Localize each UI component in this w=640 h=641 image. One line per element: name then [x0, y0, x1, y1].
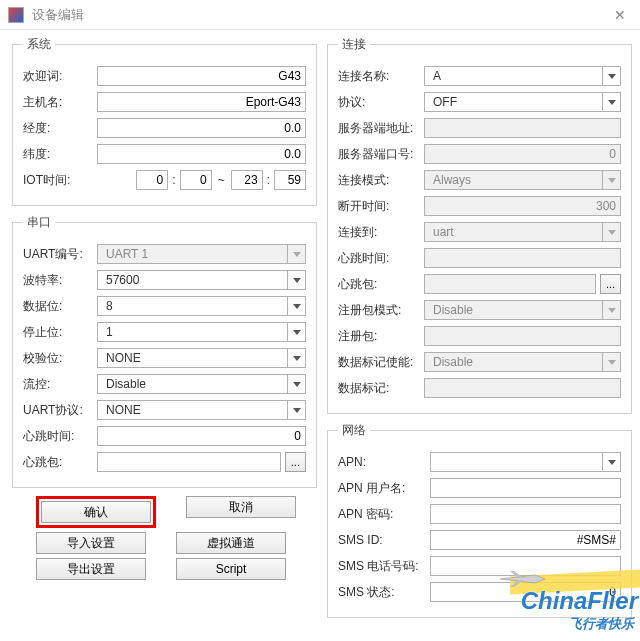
label-welcome: 欢迎词:	[23, 68, 97, 85]
label-lon: 经度:	[23, 120, 97, 137]
group-network: 网络 APN: APN 用户名: APN 密码: SMS ID: SMS 电话号…	[327, 422, 632, 618]
group-serial: 串口 UART编号: UART 1 波特率: 57600 数据位: 8 停止位:…	[12, 214, 317, 488]
serial-hbpkt-input[interactable]	[97, 452, 281, 472]
label-conn-to: 连接到:	[338, 224, 424, 241]
label-conn-proto: 协议:	[338, 94, 424, 111]
chevron-down-icon	[287, 271, 305, 289]
apn-user-input[interactable]	[430, 478, 621, 498]
stopbits-select[interactable]: 1	[97, 322, 306, 342]
chevron-down-icon	[287, 297, 305, 315]
label-disc-time: 断开时间:	[338, 198, 424, 215]
label-tag: 数据标记:	[338, 380, 424, 397]
apn-select[interactable]	[430, 452, 621, 472]
serial-hbtime-input[interactable]	[97, 426, 306, 446]
sms-id-input[interactable]	[430, 530, 621, 550]
label-server-port: 服务器端口号:	[338, 146, 424, 163]
conn-hbpkt-input	[424, 274, 596, 294]
label-sms-phone: SMS 电话号码:	[338, 558, 430, 575]
legend-system: 系统	[23, 36, 55, 53]
label-apn: APN:	[338, 455, 430, 469]
lon-input[interactable]	[97, 118, 306, 138]
iot-m2-input[interactable]	[274, 170, 306, 190]
chevron-down-icon	[287, 245, 305, 263]
conn-to-select: uart	[424, 222, 621, 242]
parity-select[interactable]: NONE	[97, 348, 306, 368]
server-port-input	[424, 144, 621, 164]
label-reg-mode: 注册包模式:	[338, 302, 424, 319]
welcome-input[interactable]	[97, 66, 306, 86]
sms-status-input[interactable]	[430, 582, 621, 602]
label-conn-mode: 连接模式:	[338, 172, 424, 189]
label-server-addr: 服务器端地址:	[338, 120, 424, 137]
import-button[interactable]: 导入设置	[36, 532, 146, 554]
chevron-down-icon	[602, 301, 620, 319]
legend-network: 网络	[338, 422, 370, 439]
window-title: 设备编辑	[32, 6, 608, 24]
label-lat: 纬度:	[23, 146, 97, 163]
group-system: 系统 欢迎词: 主机名: 经度: 纬度: IOT时间: :	[12, 36, 317, 206]
label-apn-pass: APN 密码:	[338, 506, 430, 523]
legend-connection: 连接	[338, 36, 370, 53]
conn-name-select[interactable]: A	[424, 66, 621, 86]
flow-select[interactable]: Disable	[97, 374, 306, 394]
close-icon[interactable]: ✕	[608, 7, 632, 23]
chevron-down-icon	[602, 67, 620, 85]
conn-hbtime-input	[424, 248, 621, 268]
conn-hbpkt-browse-button[interactable]: ...	[600, 274, 621, 294]
uartproto-select[interactable]: NONE	[97, 400, 306, 420]
label-parity: 校验位:	[23, 350, 97, 367]
time-dash: ~	[218, 173, 225, 187]
label-hostname: 主机名:	[23, 94, 97, 111]
label-stopbits: 停止位:	[23, 324, 97, 341]
baud-select[interactable]: 57600	[97, 270, 306, 290]
chevron-down-icon	[287, 375, 305, 393]
export-button[interactable]: 导出设置	[36, 558, 146, 580]
label-uartproto: UART协议:	[23, 402, 97, 419]
label-conn-hbtime: 心跳时间:	[338, 250, 424, 267]
chevron-down-icon	[602, 223, 620, 241]
uartno-select: UART 1	[97, 244, 306, 264]
conn-mode-select: Always	[424, 170, 621, 190]
serial-hbpkt-browse-button[interactable]: ...	[285, 452, 306, 472]
label-reg-pkt: 注册包:	[338, 328, 424, 345]
chevron-down-icon	[287, 323, 305, 341]
label-conn-name: 连接名称:	[338, 68, 424, 85]
label-databits: 数据位:	[23, 298, 97, 315]
label-sms-id: SMS ID:	[338, 533, 430, 547]
app-icon	[8, 7, 24, 23]
label-tag-enable: 数据标记使能:	[338, 354, 424, 371]
tag-input	[424, 378, 621, 398]
lat-input[interactable]	[97, 144, 306, 164]
chevron-down-icon	[602, 453, 620, 471]
apn-pass-input[interactable]	[430, 504, 621, 524]
disc-time-input	[424, 196, 621, 216]
vchan-button[interactable]: 虚拟通道	[176, 532, 286, 554]
label-apn-user: APN 用户名:	[338, 480, 430, 497]
label-iot: IOT时间:	[23, 172, 97, 189]
iot-h2-input[interactable]	[231, 170, 263, 190]
iot-h1-input[interactable]	[136, 170, 168, 190]
label-serial-hbpkt: 心跳包:	[23, 454, 97, 471]
chevron-down-icon	[602, 93, 620, 111]
label-conn-hbpkt: 心跳包:	[338, 276, 424, 293]
server-addr-input	[424, 118, 621, 138]
databits-select[interactable]: 8	[97, 296, 306, 316]
label-sms-status: SMS 状态:	[338, 584, 430, 601]
sms-phone-input[interactable]	[430, 556, 621, 576]
time-sep2: :	[267, 173, 270, 187]
conn-proto-select[interactable]: OFF	[424, 92, 621, 112]
cancel-button[interactable]: 取消	[186, 496, 296, 518]
label-flow: 流控:	[23, 376, 97, 393]
label-serial-hbtime: 心跳时间:	[23, 428, 97, 445]
script-button[interactable]: Script	[176, 558, 286, 580]
label-uartno: UART编号:	[23, 246, 97, 263]
ok-button[interactable]: 确认	[41, 501, 151, 523]
chevron-down-icon	[287, 349, 305, 367]
hostname-input[interactable]	[97, 92, 306, 112]
ok-highlight: 确认	[36, 496, 156, 528]
group-connection: 连接 连接名称: A 协议: OFF 服务器端地址: 服务器端口号: 连接模式:…	[327, 36, 632, 414]
iot-m1-input[interactable]	[180, 170, 212, 190]
label-baud: 波特率:	[23, 272, 97, 289]
reg-pkt-input	[424, 326, 621, 346]
reg-mode-select: Disable	[424, 300, 621, 320]
